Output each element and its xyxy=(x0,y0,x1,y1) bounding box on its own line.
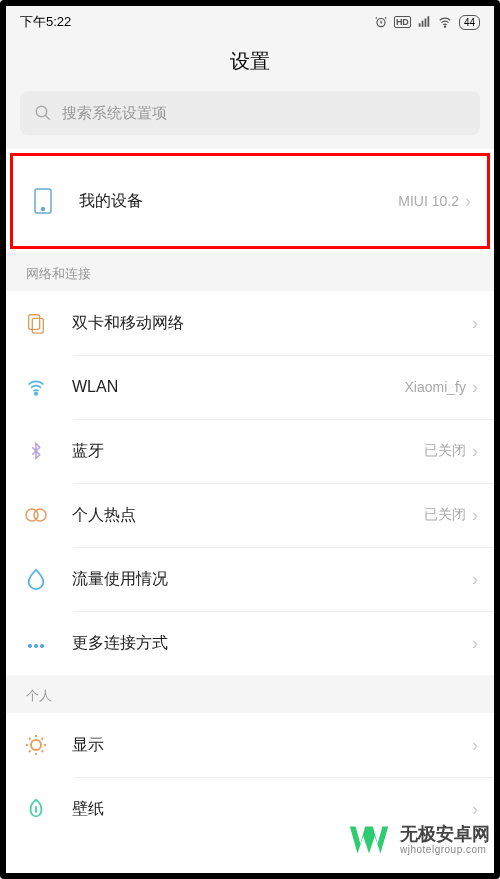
chevron-right-icon: › xyxy=(472,441,478,462)
display-item[interactable]: 显示 › xyxy=(6,713,494,777)
sim-item[interactable]: 双卡和移动网络 › xyxy=(6,291,494,355)
alarm-icon xyxy=(374,15,388,29)
search-placeholder: 搜索系统设置项 xyxy=(62,104,167,123)
page-title: 设置 xyxy=(6,38,494,91)
svg-point-8 xyxy=(35,392,38,395)
signal-icon xyxy=(417,15,431,29)
wallpaper-icon xyxy=(22,795,50,823)
status-indicators: HD 44 xyxy=(374,15,480,30)
display-icon xyxy=(22,731,50,759)
item-label: 蓝牙 xyxy=(72,441,424,462)
svg-point-5 xyxy=(42,208,45,211)
svg-point-1 xyxy=(444,26,445,27)
svg-point-2 xyxy=(36,106,47,117)
hd-icon: HD xyxy=(394,16,411,28)
status-time: 下午5:22 xyxy=(20,13,71,31)
search-icon xyxy=(34,104,52,122)
item-label: 流量使用情况 xyxy=(72,569,466,590)
highlight-annotation: 我的设备 MIUI 10.2 › xyxy=(10,153,490,249)
item-label: 显示 xyxy=(72,735,466,756)
data-usage-item[interactable]: 流量使用情况 › xyxy=(6,547,494,611)
svg-point-10 xyxy=(34,509,46,521)
sim-icon xyxy=(22,309,50,337)
watermark-logo-icon xyxy=(346,817,392,863)
data-usage-icon xyxy=(22,565,50,593)
chevron-right-icon: › xyxy=(472,735,478,756)
item-value: 已关闭 xyxy=(424,506,466,524)
chevron-right-icon: › xyxy=(465,191,471,212)
search-input[interactable]: 搜索系统设置项 xyxy=(20,91,480,135)
bluetooth-item[interactable]: 蓝牙 已关闭 › xyxy=(6,419,494,483)
watermark-url: wjhotelgroup.com xyxy=(400,844,490,855)
item-value: Xiaomi_fy xyxy=(405,379,466,395)
bluetooth-icon xyxy=(22,437,50,465)
wifi-icon xyxy=(22,373,50,401)
hotspot-icon xyxy=(22,501,50,529)
item-label: 个人热点 xyxy=(72,505,424,526)
watermark: 无极安卓网 wjhotelgroup.com xyxy=(346,817,490,863)
hotspot-item[interactable]: 个人热点 已关闭 › xyxy=(6,483,494,547)
my-device-item[interactable]: 我的设备 MIUI 10.2 › xyxy=(13,156,487,246)
chevron-right-icon: › xyxy=(472,313,478,334)
chevron-right-icon: › xyxy=(472,633,478,654)
chevron-right-icon: › xyxy=(472,377,478,398)
more-connections-item[interactable]: 更多连接方式 › xyxy=(6,611,494,675)
svg-rect-7 xyxy=(32,318,43,333)
phone-icon xyxy=(29,187,57,215)
item-value: 已关闭 xyxy=(424,442,466,460)
wlan-item[interactable]: WLAN Xiaomi_fy › xyxy=(6,355,494,419)
watermark-title: 无极安卓网 xyxy=(400,825,490,845)
my-device-label: 我的设备 xyxy=(79,191,398,212)
chevron-right-icon: › xyxy=(472,505,478,526)
svg-rect-6 xyxy=(29,315,40,330)
section-header-personal: 个人 xyxy=(6,675,494,713)
wifi-icon-status xyxy=(437,15,453,29)
svg-point-11 xyxy=(31,740,41,750)
section-header-network: 网络和连接 xyxy=(6,253,494,291)
item-label: 更多连接方式 xyxy=(72,633,466,654)
chevron-right-icon: › xyxy=(472,569,478,590)
svg-line-3 xyxy=(45,115,50,120)
item-label: WLAN xyxy=(72,378,405,396)
battery-indicator: 44 xyxy=(459,15,480,30)
status-bar: 下午5:22 HD 44 xyxy=(6,6,494,38)
item-label: 双卡和移动网络 xyxy=(72,313,466,334)
my-device-value: MIUI 10.2 xyxy=(398,193,459,209)
more-icon xyxy=(22,629,50,657)
